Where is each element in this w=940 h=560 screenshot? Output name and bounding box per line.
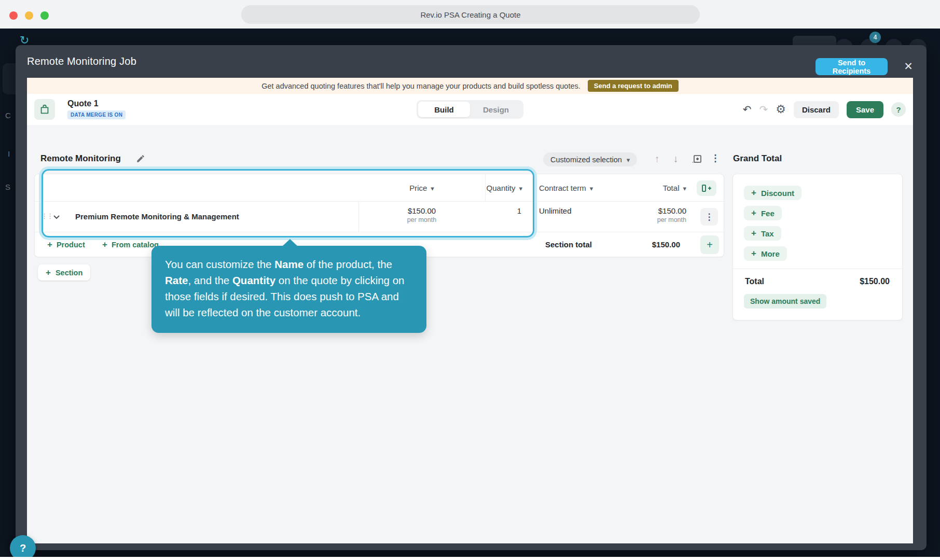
send-request-to-admin-button[interactable]: Send a request to admin: [588, 80, 679, 92]
column-header-price[interactable]: Price: [358, 174, 486, 202]
grand-total-label: Total: [745, 277, 764, 286]
window-title: Rev.io PSA Creating a Quote: [241, 5, 700, 24]
send-to-recipients-button[interactable]: Send to Recipients: [815, 58, 888, 75]
quote-actions: Discard Save: [743, 94, 906, 125]
column-header-contract-term[interactable]: Contract term: [534, 174, 647, 202]
show-amount-saved-button[interactable]: Show amount saved: [744, 294, 826, 309]
grand-total-card: Discount Fee Tax More Total $150.00 Show: [732, 174, 903, 320]
tooltip-arrow: [282, 239, 298, 246]
grand-total-title: Grand Total: [733, 153, 782, 164]
tooltip-text: You can customize the Name of the produc…: [165, 258, 405, 318]
zoom-window-button[interactable]: [40, 11, 49, 20]
drag-handle-icon[interactable]: [41, 212, 52, 220]
divider: [733, 269, 902, 269]
add-discount-button[interactable]: Discount: [744, 186, 801, 200]
build-design-tabs: Build Design: [417, 100, 523, 119]
quote-name[interactable]: Quote 1: [67, 99, 99, 108]
plus-icon: [751, 228, 756, 239]
add-section-button[interactable]: Section: [38, 264, 90, 281]
section-title: Remote Monitoring: [40, 153, 121, 164]
close-window-button[interactable]: [9, 11, 18, 20]
section-total-value: $150.00: [621, 240, 680, 249]
sort-caret-icon: [683, 184, 686, 192]
tab-build[interactable]: Build: [418, 102, 470, 117]
edit-pencil-icon[interactable]: [136, 154, 145, 163]
sort-caret-icon: [519, 184, 522, 192]
quote-header-bar: Quote 1 DATA MERGE IS ON Build Design Di…: [27, 94, 913, 125]
grand-total-value: $150.00: [860, 277, 890, 286]
sidebar-item-clipped: I: [8, 149, 10, 158]
sort-caret-icon: [431, 184, 434, 192]
redo-icon[interactable]: [759, 104, 768, 115]
row-chevron-down-icon[interactable]: [52, 213, 61, 223]
add-column-icon[interactable]: [697, 180, 716, 196]
plus-icon: [751, 248, 756, 259]
window-controls: [9, 11, 49, 20]
move-down-icon[interactable]: [673, 153, 679, 165]
selection-dropdown[interactable]: Customized selection: [543, 152, 637, 166]
undo-icon[interactable]: [743, 104, 752, 115]
guide-tooltip: You can customize the Name of the produc…: [151, 246, 426, 333]
chevron-down-icon: [627, 156, 630, 164]
total-cell: $150.00 per month: [621, 206, 689, 223]
section-table: Price Quantity Contract term Total: [34, 174, 724, 257]
add-more-button[interactable]: More: [744, 246, 787, 261]
help-icon[interactable]: [891, 102, 906, 117]
product-name[interactable]: Premium Remote Monitoring & Management: [75, 212, 350, 221]
quote-editor-modal: Remote Monitoring Job Send to Recipients…: [16, 45, 927, 550]
discard-button[interactable]: Discard: [794, 101, 839, 118]
save-button[interactable]: Save: [847, 101, 883, 118]
table-row: Premium Remote Monitoring & Management $…: [35, 202, 724, 232]
add-fee-button[interactable]: Fee: [744, 206, 782, 220]
add-row-icon[interactable]: [700, 235, 719, 254]
modal-content: Get advanced quoting features that'll he…: [27, 78, 913, 543]
settings-gear-icon[interactable]: [776, 104, 786, 115]
bottom-strip: [0, 557, 940, 560]
section-total-label: Section total: [545, 240, 592, 249]
table-header-row: Price Quantity Contract term Total: [35, 174, 724, 202]
sidebar-item-clipped: C: [5, 111, 11, 120]
plus-icon: [47, 240, 52, 250]
screen: Rev.io PSA Creating a Quote ↻ 4 C I S Re…: [0, 0, 940, 560]
macos-titlebar: Rev.io PSA Creating a Quote: [0, 0, 940, 29]
plus-icon: [751, 188, 756, 198]
data-merge-badge: DATA MERGE IS ON: [67, 110, 126, 119]
help-fab-icon[interactable]: [10, 535, 36, 560]
sidebar-item-clipped: S: [5, 183, 10, 191]
quote-bag-icon: [34, 99, 55, 120]
row-kebab-icon[interactable]: [700, 208, 718, 226]
plus-icon: [102, 240, 107, 250]
insert-table-icon[interactable]: [691, 153, 702, 167]
add-column-cell: [693, 174, 721, 202]
plus-icon: [46, 268, 51, 278]
tab-design[interactable]: Design: [470, 102, 522, 117]
sort-caret-icon: [590, 184, 593, 192]
add-tax-button[interactable]: Tax: [744, 226, 781, 241]
minimize-window-button[interactable]: [25, 11, 33, 20]
column-header-total[interactable]: Total: [647, 174, 689, 202]
section-kebab-icon[interactable]: [711, 152, 720, 164]
quantity-cell[interactable]: 1: [485, 206, 534, 215]
column-header-quantity[interactable]: Quantity: [485, 174, 534, 202]
close-icon[interactable]: [899, 57, 918, 76]
notification-badge: 4: [869, 32, 881, 43]
promo-banner: Get advanced quoting features that'll he…: [27, 78, 913, 94]
modal-title: Remote Monitoring Job: [27, 55, 136, 67]
promo-banner-text: Get advanced quoting features that'll he…: [261, 82, 580, 90]
price-cell[interactable]: $150.00 per month: [358, 206, 485, 223]
plus-icon: [751, 208, 756, 218]
add-from-catalog-button[interactable]: From catalog: [102, 240, 159, 250]
move-up-icon[interactable]: [655, 153, 660, 165]
add-product-button[interactable]: Product: [47, 240, 85, 250]
selection-dropdown-label: Customized selection: [550, 156, 622, 164]
